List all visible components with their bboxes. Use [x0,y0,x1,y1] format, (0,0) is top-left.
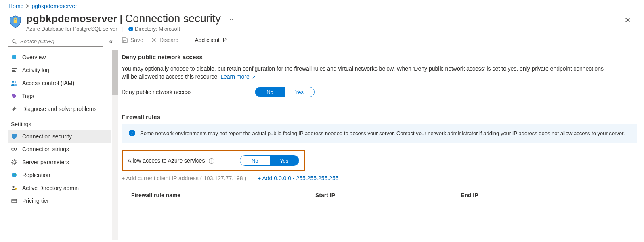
plus-icon [186,37,192,43]
sidebar-item-label: Activity log [22,67,49,73]
sidebar-nav: Overview Activity log Access control (IA… [8,51,118,207]
sidebar-item-overview[interactable]: Overview [8,51,111,64]
deny-public-access-toggle[interactable]: No Yes [255,87,315,97]
main-pane: Save Discard Add client IP Deny public n… [118,36,644,240]
sidebar-item-iam[interactable]: Access control (IAM) [8,77,111,90]
svg-rect-6 [12,71,16,72]
firewall-info-text: Some network environments may not report… [140,130,625,137]
svg-rect-0 [14,20,17,23]
discard-button[interactable]: Discard [151,37,178,43]
sidebar-item-diagnose[interactable]: Diagnose and solve problems [8,102,111,115]
sidebar-item-label: Connection security [22,133,72,140]
svg-point-22 [15,188,17,190]
col-start-ip: Start IP [315,192,445,198]
collapse-sidebar-icon[interactable]: « [107,36,114,47]
sidebar-item-replication[interactable]: Replication [8,169,111,182]
allow-azure-highlight: Allow access to Azure services i No Yes [122,150,305,171]
resource-type-label: Azure Database for PostgreSQL server [26,26,117,32]
page-title-blade: Connection security [125,13,221,25]
sidebar-item-label: Diagnose and solve problems [22,106,96,112]
sidebar-item-ad-admin[interactable]: Active Directory admin [8,182,111,194]
allow-azure-no[interactable]: No [240,156,269,165]
sidebar-item-label: Server parameters [22,159,69,165]
svg-point-7 [12,81,14,83]
search-input[interactable] [19,38,100,45]
svg-point-20 [12,173,17,177]
svg-line-19 [15,160,16,161]
info-icon: i Directory: Microsoft [128,26,180,32]
person-key-icon [11,185,17,191]
sidebar-section-settings: Settings [8,115,111,130]
info-icon: i [129,130,135,136]
globe-icon [11,172,17,178]
database-icon [11,54,17,60]
svg-point-1 [12,39,15,42]
allow-azure-row: Allow access to Azure services i No Yes [128,155,299,166]
sidebar-item-tags[interactable]: Tags [8,90,111,102]
add-all-range-button[interactable]: + Add 0.0.0.0 - 255.255.255.255 [258,175,338,182]
sidebar-item-label: Overview [22,54,46,60]
svg-line-16 [12,160,13,161]
deny-toggle-no[interactable]: No [255,87,285,97]
allow-azure-yes[interactable]: Yes [270,156,299,165]
deny-toggle-label: Deny public network access [122,89,255,95]
shield-icon [8,15,22,29]
svg-point-9 [12,148,14,150]
shield-small-icon [11,133,17,140]
close-icon[interactable]: ✕ [620,13,636,28]
learn-more-link[interactable]: Learn more ↗ [220,73,255,80]
svg-line-17 [15,163,16,164]
sidebar-item-label: Pricing tier [22,198,49,204]
breadcrumb: Home > pgbkpdemoserver [0,0,644,11]
svg-point-11 [13,161,15,163]
search-icon [11,39,17,44]
sidebar-item-server-parameters[interactable]: Server parameters [8,156,111,169]
sidebar-item-label: Connection strings [22,146,69,152]
sidebar-item-pricing-tier[interactable]: Pricing tier [8,194,111,207]
pricing-icon [11,198,17,204]
sidebar-item-connection-security[interactable]: Connection security [8,130,111,143]
sidebar: « Overview Activity log Access control (… [0,36,118,240]
sidebar-item-connection-strings[interactable]: Connection strings [8,143,111,156]
allow-azure-toggle[interactable]: No Yes [240,155,299,166]
chevron-right-icon: > [26,3,29,9]
help-icon[interactable]: i [209,158,214,164]
deny-toggle-yes[interactable]: Yes [285,87,314,97]
firewall-info-banner: i Some network environments may not repo… [122,124,637,143]
breadcrumb-server[interactable]: pgbkpdemoserver [32,3,77,9]
wrench-icon [11,106,17,112]
sidebar-item-label: Access control (IAM) [22,80,74,86]
svg-point-8 [15,81,16,83]
firewall-add-links: + Add current client IP address ( 103.12… [122,175,637,182]
plug-icon [11,146,17,152]
firewall-table-header: Firewall rule name Start IP End IP [122,192,637,198]
external-link-icon: ↗ [252,75,256,79]
sidebar-item-label: Active Directory admin [22,185,79,191]
tag-icon [11,93,17,99]
search-input-wrapper[interactable] [8,36,103,47]
ellipsis-icon[interactable]: ⋯ [229,15,236,23]
sidebar-item-label: Tags [22,93,34,99]
svg-line-2 [15,42,17,44]
discard-icon [151,37,157,43]
svg-line-18 [12,163,13,164]
add-client-ip-label: Add client IP [195,37,227,43]
svg-point-21 [13,186,15,188]
discard-label: Discard [159,37,178,43]
svg-rect-5 [12,70,15,71]
save-button[interactable]: Save [122,37,143,43]
section-title-deny: Deny public network access [122,54,637,60]
title-separator: | [120,13,122,25]
save-icon [122,37,128,43]
sidebar-item-activity-log[interactable]: Activity log [8,64,111,77]
sidebar-scrollbar[interactable] [112,50,118,240]
breadcrumb-home[interactable]: Home [8,3,23,9]
add-client-ip-button[interactable]: Add client IP [186,37,227,43]
page-header: pgbkpdemoserver | Connection security ⋯ … [0,11,644,36]
deny-description: You may optionally choose to disable, bu… [122,65,606,81]
deny-toggle-row: Deny public network access No Yes [122,87,637,97]
section-title-firewall: Firewall rules [122,113,637,120]
add-current-ip-button[interactable]: + Add current client IP address ( 103.12… [122,175,246,182]
directory-label: Directory: Microsoft [135,26,180,32]
toolbar: Save Discard Add client IP [122,36,637,47]
